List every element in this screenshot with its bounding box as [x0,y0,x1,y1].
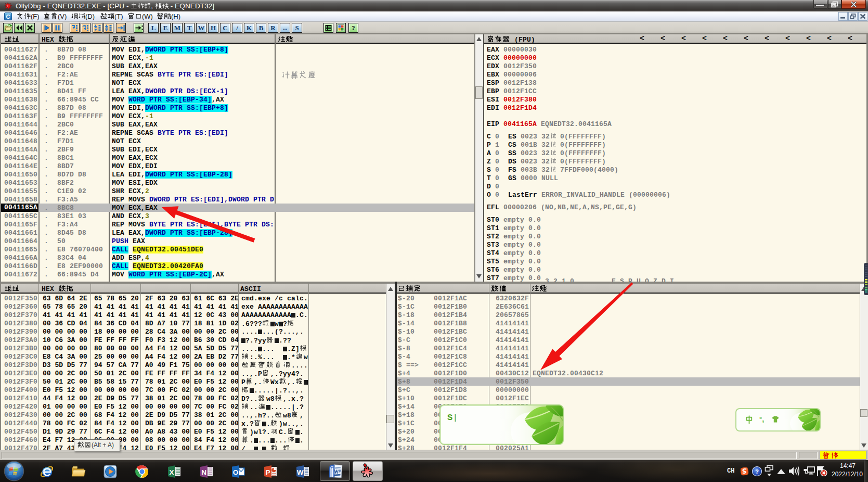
svg-text:X: X [169,468,174,476]
svg-text:W: W [297,468,304,476]
svg-text:N: N [201,468,206,476]
svg-text:O: O [233,468,239,476]
svg-text:?: ? [352,24,355,32]
svg-text:?: ? [755,468,759,475]
svg-text:P: P [265,468,270,476]
